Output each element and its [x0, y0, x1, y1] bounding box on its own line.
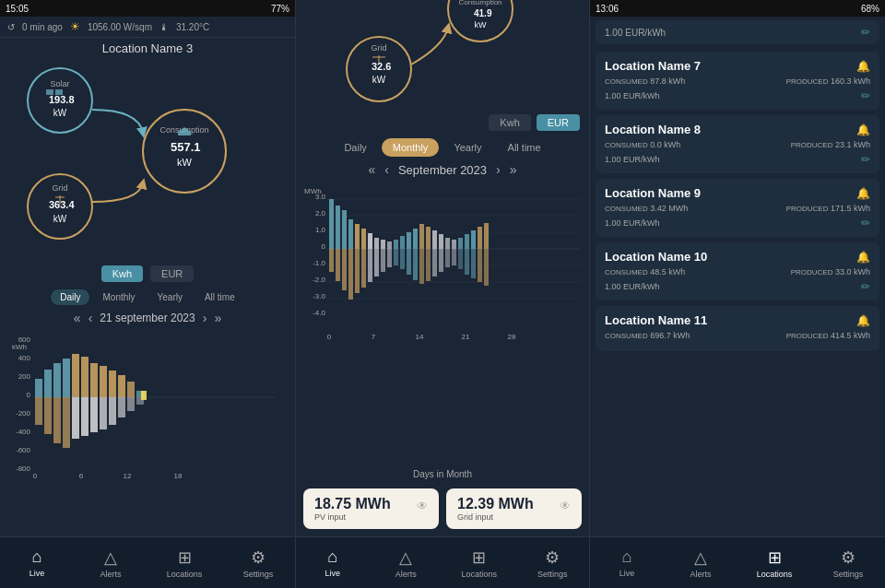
svg-rect-83 [336, 206, 340, 249]
nav-alerts-1[interactable]: △ Alerts [74, 537, 148, 588]
tab-alltime-2[interactable]: All time [497, 138, 552, 157]
nav-settings-1[interactable]: ⚙ Settings [221, 537, 295, 588]
svg-rect-101 [452, 240, 456, 249]
svg-rect-47 [109, 397, 116, 425]
svg-rect-126 [452, 249, 456, 265]
nav-next-1[interactable]: › [203, 311, 207, 325]
home-icon-1: ⌂ [32, 547, 42, 567]
edit-icon-top[interactable]: ✏ [861, 26, 870, 39]
tab-daily-1[interactable]: Daily [51, 289, 89, 305]
nav-alerts-label-2: Alerts [395, 570, 417, 579]
tab-monthly-2[interactable]: Monthly [382, 138, 440, 157]
bell-icon[interactable]: 🔔 [856, 123, 870, 136]
bell-icon[interactable]: 🔔 [856, 251, 870, 264]
nav-live-1[interactable]: ⌂ Live [0, 537, 74, 588]
svg-text:28: 28 [508, 333, 516, 341]
svg-rect-91 [387, 241, 392, 249]
svg-rect-84 [342, 210, 347, 249]
nav-locations-3[interactable]: ⊞ Locations [738, 537, 811, 588]
nav-settings-2[interactable]: ⚙ Settings [516, 537, 590, 588]
svg-rect-123 [432, 249, 437, 276]
svg-rect-41 [53, 397, 61, 443]
edit-icon[interactable]: ✏ [861, 217, 870, 229]
tab-daily-2[interactable]: Daily [333, 138, 377, 157]
edit-icon[interactable]: ✏ [861, 89, 870, 102]
nav-settings-3[interactable]: ⚙ Settings [811, 537, 885, 588]
svg-text:6: 6 [79, 472, 84, 480]
locations-list: Location Name 7 🔔 CONSUMED 87.8 kWh PROD… [590, 48, 885, 536]
edit-icon[interactable]: ✏ [861, 280, 870, 293]
nav-live-3[interactable]: ⌂ Live [590, 537, 664, 588]
svg-rect-36 [118, 375, 125, 397]
svg-rect-106 [484, 223, 489, 249]
eur-button-2[interactable]: EUR [537, 114, 580, 131]
bell-icon[interactable]: 🔔 [856, 314, 870, 327]
produced-label: PRODUCED 33.0 kWh [791, 267, 870, 276]
tab-alltime-1[interactable]: All time [195, 289, 244, 305]
edit-icon[interactable]: ✏ [861, 153, 870, 166]
svg-text:kW: kW [53, 108, 67, 118]
svg-rect-33 [90, 363, 98, 397]
nav-alerts-2[interactable]: △ Alerts [370, 537, 443, 588]
svg-rect-110 [348, 249, 353, 300]
nav-next-2[interactable]: › [496, 162, 501, 177]
svg-rect-86 [355, 224, 360, 249]
svg-rect-44 [81, 397, 88, 436]
temperature: 31.20°C [176, 22, 209, 32]
svg-text:200: 200 [18, 372, 31, 381]
home-icon-3: ⌂ [622, 547, 632, 567]
svg-rect-131 [484, 249, 489, 286]
nav-prev-2[interactable]: ‹ [384, 162, 389, 177]
bell-icon[interactable]: 🔔 [856, 187, 870, 200]
tab-monthly-1[interactable]: Monthly [93, 289, 144, 305]
svg-rect-92 [394, 240, 398, 249]
svg-text:0: 0 [33, 472, 38, 480]
rate-value: 1.00 EUR/kWh [605, 155, 660, 164]
svg-text:41.9: 41.9 [474, 8, 492, 18]
kwh-button-2[interactable]: Kwh [489, 114, 530, 131]
pv-value: 18.75 MWh [314, 496, 391, 512]
nav-live-2[interactable]: ⌂ Live [296, 537, 370, 588]
svg-rect-39 [35, 397, 42, 425]
nav-last-1[interactable]: » [214, 311, 221, 325]
eur-button-1[interactable]: EUR [150, 265, 194, 282]
consumed-label: CONSUMED 3.42 MWh [605, 204, 688, 213]
nav-alerts-3[interactable]: △ Alerts [664, 537, 738, 588]
produced-label: PRODUCED 414.5 kWh [786, 331, 870, 340]
eye-icon-grid[interactable]: 👁 [560, 500, 571, 512]
nav-locations-label-3: Locations [757, 570, 793, 579]
nav-last-2[interactable]: » [510, 162, 517, 177]
nav-first-2[interactable]: « [368, 162, 375, 177]
eye-icon-pv[interactable]: 👁 [417, 500, 428, 512]
tab-yearly-2[interactable]: Yearly [442, 138, 492, 157]
grid-value: 12.39 MWh [457, 496, 534, 512]
svg-rect-115 [381, 249, 385, 272]
location-name: Location Name 9 [605, 186, 701, 200]
nav-first-1[interactable]: « [74, 311, 81, 325]
list-item: Location Name 7 🔔 CONSUMED 87.8 kWh PROD… [596, 52, 879, 110]
summary-card-pv: 18.75 MWh 👁 PV input [303, 488, 439, 529]
chart-2: MWh 3.0 2.0 1.0 0 -1.0 -2.0 -3.0 -4.0 [296, 179, 589, 467]
svg-rect-42 [63, 397, 70, 448]
list-item: Location Name 9 🔔 CONSUMED 3.42 MWh PROD… [596, 179, 879, 237]
solar-power: 1056.00 W/sqm [88, 22, 152, 32]
svg-rect-130 [478, 249, 482, 282]
nav-settings-label-1: Settings [243, 570, 274, 579]
bell-icon[interactable]: 🔔 [856, 60, 870, 73]
svg-text:1.0: 1.0 [315, 226, 326, 234]
svg-rect-82 [329, 199, 334, 249]
svg-text:0: 0 [322, 242, 326, 251]
nav-prev-1[interactable]: ‹ [88, 311, 93, 325]
nav-locations-1[interactable]: ⊞ Locations [148, 537, 221, 588]
kwh-button-1[interactable]: Kwh [101, 265, 143, 282]
svg-text:kW: kW [177, 157, 193, 168]
svg-rect-95 [413, 229, 418, 249]
svg-rect-85 [348, 219, 353, 249]
nav-locations-2[interactable]: ⊞ Locations [442, 537, 516, 588]
svg-rect-48 [118, 397, 125, 417]
svg-text:7: 7 [372, 333, 376, 341]
svg-text:kW: kW [53, 214, 67, 224]
svg-rect-116 [387, 249, 392, 267]
tab-yearly-1[interactable]: Yearly [148, 289, 192, 305]
svg-text:Solar: Solar [50, 79, 69, 88]
